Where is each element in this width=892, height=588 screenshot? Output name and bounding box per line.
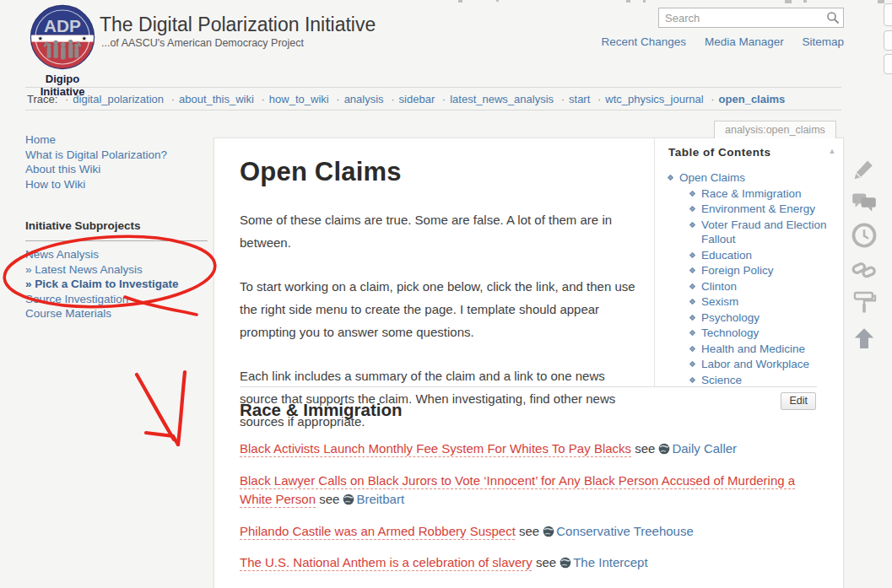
page-namespace-tab: analysis:open_claims	[714, 121, 836, 138]
toc-item-clinton: Clinton	[690, 279, 838, 294]
edge-panel-button[interactable]	[884, 54, 892, 74]
trace-label: Trace:	[27, 93, 57, 105]
content-card: analysis:open_claims Open Claims Some of…	[214, 138, 844, 588]
header-divider	[25, 87, 841, 88]
sidebar-section-title: Initiative Subprojects	[25, 219, 208, 232]
toc-item-voter-fraud: Voter Fraud and Election Fallout	[690, 218, 838, 247]
toc-item-labor-workplace: Labor and Workplace	[690, 357, 838, 372]
toc-item-environment-energy: Environment & Energy	[690, 202, 838, 217]
revisions-clock-icon[interactable]	[849, 223, 879, 251]
clipped-chrome-fragment	[626, 0, 630, 3]
backlinks-chain-icon[interactable]	[849, 256, 879, 285]
search-input[interactable]	[658, 8, 844, 28]
toc-item-education: Education	[690, 248, 838, 263]
trace-link[interactable]: analysis	[344, 93, 384, 105]
external-link-globe-icon	[343, 494, 354, 505]
media-paint-roller-icon[interactable]	[849, 290, 879, 321]
sidebar-item-latest-news-analysis[interactable]: » Latest News Analysis	[25, 262, 208, 278]
claim-row: The U.S. National Anthem is a celebratio…	[240, 553, 820, 573]
toc-item-health-medicine: Health and Medicine	[690, 342, 838, 357]
toc-item-technology: Technology	[690, 326, 838, 341]
trace-link[interactable]: wtc_physics_journal	[605, 93, 703, 105]
race-immigration-section: Race & Immigration Black Activists Launc…	[240, 400, 820, 585]
external-link-globe-icon	[543, 526, 554, 537]
main-content: Open Claims Some of these claims are tru…	[240, 138, 640, 433]
sidebar-item-home[interactable]: Home	[25, 132, 208, 148]
trace-link[interactable]: sidebar	[399, 93, 435, 105]
trace-link-current[interactable]: open_claims	[719, 93, 786, 105]
toc-header: Table of Contents ▲	[668, 146, 838, 159]
sidebar-item-pick-a-claim[interactable]: » Pick a Claim to Investigate	[25, 277, 208, 292]
sidebar-item-what-is-digital-polarization[interactable]: What is Digital Polarization?	[25, 148, 208, 163]
header-quick-links: Recent Changes Media Manager Sitemap	[0, 35, 844, 48]
toc-item-science: Science	[690, 373, 838, 388]
source-link[interactable]: Conservative Treehouse	[556, 524, 694, 538]
diamond-bullet-icon	[689, 299, 695, 305]
trace-divider	[25, 110, 841, 111]
diamond-bullet-icon	[689, 251, 695, 257]
edge-panel-button[interactable]	[884, 3, 892, 26]
clipped-chrome-fragment	[803, 0, 807, 3]
claim-link[interactable]: The U.S. National Anthem is a celebratio…	[240, 555, 532, 569]
sidebar: Home What is Digital Polarization? About…	[25, 132, 208, 321]
search-box	[658, 8, 844, 28]
claim-link[interactable]: Philando Castile was an Armed Robbery Su…	[240, 524, 516, 538]
sidebar-item-course-materials[interactable]: Course Materials	[25, 306, 208, 321]
instructions-paragraph: To start working on a claim, pick one be…	[240, 275, 640, 343]
clipped-chrome-fragment	[496, 0, 499, 2]
diamond-bullet-icon	[689, 206, 695, 212]
sidebar-divider	[25, 240, 208, 241]
trace-link[interactable]: start	[569, 93, 590, 105]
sidebar-item-how-to-wiki[interactable]: How to Wiki	[25, 177, 208, 192]
toc-item-psychology: Psychology	[690, 310, 838, 326]
intro-paragraph: Some of these claims are true. Some are …	[240, 208, 640, 254]
clipped-chrome-fragment	[458, 0, 462, 3]
sitemap-link[interactable]: Sitemap	[802, 35, 844, 48]
trace-link[interactable]: how_to_wiki	[269, 93, 329, 105]
toc-item-sexism: Sexism	[690, 294, 838, 310]
claim-link[interactable]: Black Activists Launch Monthly Fee Syste…	[240, 441, 631, 456]
site-title: The Digital Polarization Initiative	[100, 13, 376, 36]
recent-changes-link[interactable]: Recent Changes	[602, 35, 687, 48]
toc-collapse-caret-icon[interactable]: ▲	[829, 147, 836, 155]
toc-item-foreign-policy: Foreign Policy	[690, 263, 838, 278]
discussion-bubbles-icon[interactable]	[849, 191, 879, 218]
source-link[interactable]: Daily Caller	[672, 441, 737, 456]
back-to-top-arrow-icon[interactable]	[849, 326, 879, 354]
clipped-chrome-fragment	[878, 0, 884, 3]
toc-item-open-claims: Open Claims	[668, 170, 838, 186]
table-of-contents: Table of Contents ▲ Open Claims Race & I…	[654, 138, 845, 386]
trace-link[interactable]: about_this_wiki	[179, 93, 254, 105]
site-logo[interactable]: ★ ★ ADP Digipo Initiative	[24, 3, 101, 98]
media-manager-link[interactable]: Media Manager	[705, 35, 784, 48]
diamond-bullet-icon	[689, 221, 695, 227]
breadcrumb: Trace: ·digital_polarization ·about_this…	[27, 93, 837, 105]
page-title: Open Claims	[240, 157, 640, 187]
search-icon[interactable]	[826, 11, 840, 24]
section-heading: Race & Immigration	[240, 400, 820, 420]
claim-row: Black Lawyer Calls on Black Jurors to Vo…	[240, 472, 820, 510]
diamond-bullet-icon	[689, 330, 695, 336]
toc-item-race-immigration: Race & Immigration	[690, 186, 838, 202]
red-arrow-shaft	[137, 375, 174, 440]
edge-panel-button[interactable]	[884, 30, 892, 51]
sidebar-item-news-analysis[interactable]: News Analysis	[25, 247, 208, 262]
source-link[interactable]: Breitbart	[356, 492, 404, 506]
diamond-bullet-icon	[689, 190, 695, 196]
trace-link[interactable]: latest_news_analysis	[450, 93, 554, 105]
page-tools-rail	[849, 157, 879, 359]
diamond-bullet-icon	[689, 283, 695, 289]
diamond-bullet-icon	[689, 345, 695, 351]
edit-pencil-icon[interactable]	[849, 157, 879, 186]
sidebar-item-about-this-wiki[interactable]: About this Wiki	[25, 162, 208, 177]
claim-row: Philando Castile was an Armed Robbery Su…	[240, 522, 820, 542]
diamond-bullet-icon	[689, 361, 695, 367]
sidebar-item-source-investigation[interactable]: Source Investigation	[25, 292, 208, 307]
red-arrow-head	[146, 433, 178, 445]
diamond-bullet-icon	[668, 175, 673, 181]
claim-row: Black Activists Launch Monthly Fee Syste…	[240, 440, 820, 459]
section-divider	[240, 386, 817, 387]
source-link[interactable]: The Intercept	[573, 555, 647, 569]
diamond-bullet-icon	[689, 376, 695, 382]
trace-link[interactable]: digital_polarization	[73, 93, 164, 105]
